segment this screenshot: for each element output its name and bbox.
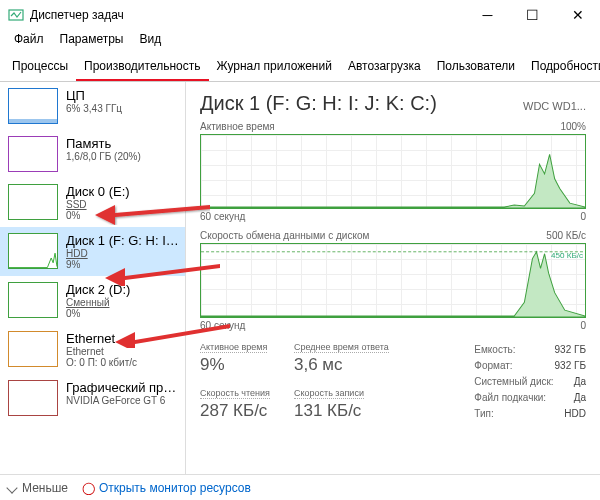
eth-sub2: О: 0 П: 0 кбит/с [66,357,181,368]
stat-read-val: 287 КБ/с [200,401,280,421]
fewer-details-toggle[interactable]: Меньше [8,481,68,495]
mem-sub: 1,6/8,0 ГБ (20%) [66,151,181,162]
eth-thumb [8,331,58,367]
sidebar-item-cpu[interactable]: ЦП6% 3,43 ГГц [0,82,185,130]
maximize-button[interactable]: ☐ [510,0,555,30]
sidebar-item-disk0[interactable]: Диск 0 (E:)SSD0% [0,178,185,227]
menu-file[interactable]: Файл [8,30,50,50]
chart1-xleft: 60 секунд [200,211,245,222]
tab-startup[interactable]: Автозагрузка [340,54,429,81]
chart2-marker: 450 КБ/с [551,251,583,260]
disk0-sub: SSD [66,199,181,210]
chart1-xright: 0 [580,211,586,222]
stat-read-lbl: Скорость чтения [200,388,270,399]
sidebar-item-gpu[interactable]: Графический процессорNVIDIA GeForce GT 6 [0,374,185,422]
gpu-thumb [8,380,58,416]
mem-thumb [8,136,58,172]
stat-resp-val: 3,6 мс [294,355,389,375]
stat-resp-lbl: Среднее время ответа [294,342,389,353]
disk2-sub: Сменный [66,297,181,308]
stat-active-val: 9% [200,355,280,375]
disk0-pct: 0% [66,210,181,221]
disk-properties: Емкость:932 ГБ Формат:932 ГБ Системный д… [474,342,586,422]
chart2-xleft: 60 секунд [200,320,245,331]
page-title: Диск 1 (F: G: H: I: J: K: C:) [200,92,437,115]
stat-write-val: 131 КБ/с [294,401,374,421]
chevron-up-icon [6,482,17,493]
window-title: Диспетчер задач [30,8,465,22]
titlebar: Диспетчер задач ─ ☐ ✕ [0,0,600,30]
menubar: Файл Параметры Вид [0,30,600,50]
sidebar-item-memory[interactable]: Память1,6/8,0 ГБ (20%) [0,130,185,178]
stat-active-lbl: Активное время [200,342,267,353]
disk0-label: Диск 0 (E:) [66,184,181,199]
eth-label: Ethernet [66,331,181,346]
close-button[interactable]: ✕ [555,0,600,30]
chart-transfer-rate: 450 КБ/с [200,243,586,318]
gpu-sub: NVIDIA GeForce GT 6 [66,395,181,406]
disk1-thumb [8,233,58,269]
disk2-label: Диск 2 (D:) [66,282,181,297]
cpu-thumb [8,88,58,124]
footer: Меньше ◯Открыть монитор ресурсов [0,474,600,500]
stat-write-lbl: Скорость записи [294,388,364,399]
disk2-thumb [8,282,58,318]
tabs: Процессы Производительность Журнал прило… [0,54,600,82]
sidebar-item-disk1[interactable]: Диск 1 (F: G: H: I: J: K: C:)HDD9% [0,227,185,276]
mem-label: Память [66,136,181,151]
tab-apphistory[interactable]: Журнал приложений [209,54,340,81]
taskmgr-icon [8,7,24,23]
chart-active-time [200,134,586,209]
disk-model: WDC WD1... [523,100,586,112]
eth-sub: Ethernet [66,346,181,357]
sidebar: ЦП6% 3,43 ГГц Память1,6/8,0 ГБ (20%) Дис… [0,82,186,474]
tab-users[interactable]: Пользователи [429,54,523,81]
sidebar-item-disk2[interactable]: Диск 2 (D:)Сменный0% [0,276,185,325]
cpu-sub: 6% 3,43 ГГц [66,103,181,114]
tab-performance[interactable]: Производительность [76,54,208,81]
open-resource-monitor-link[interactable]: ◯Открыть монитор ресурсов [82,481,251,495]
main-panel: Диск 1 (F: G: H: I: J: K: C:) WDC WD1...… [186,82,600,474]
cpu-label: ЦП [66,88,181,103]
disk1-sub: HDD [66,248,181,259]
disk1-label: Диск 1 (F: G: H: I: J: K: C:) [66,233,181,248]
tab-processes[interactable]: Процессы [4,54,76,81]
tab-details[interactable]: Подробности [523,54,600,81]
minimize-button[interactable]: ─ [465,0,510,30]
resource-monitor-icon: ◯ [82,481,95,495]
chart2-max: 500 КБ/с [546,230,586,241]
gpu-label: Графический процессор [66,380,181,395]
chart2-xright: 0 [580,320,586,331]
menu-options[interactable]: Параметры [54,30,130,50]
menu-view[interactable]: Вид [133,30,167,50]
chart2-label: Скорость обмена данными с диском [200,230,369,241]
disk1-pct: 9% [66,259,181,270]
disk2-pct: 0% [66,308,181,319]
chart1-max: 100% [560,121,586,132]
disk0-thumb [8,184,58,220]
chart1-label: Активное время [200,121,275,132]
sidebar-item-ethernet[interactable]: EthernetEthernetО: 0 П: 0 кбит/с [0,325,185,374]
